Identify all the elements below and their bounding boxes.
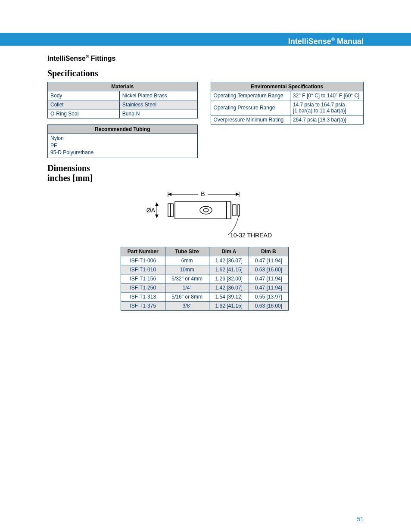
- material-label: Collet: [48, 100, 120, 109]
- dim-cell: 3/8": [165, 301, 209, 310]
- recommended-tubing-list: Nylon PE 95-D Polyurethane: [47, 134, 198, 158]
- dim-cell: 0.47 [11.94]: [249, 283, 288, 292]
- dim-cell: 5/16" or 8mm: [165, 292, 209, 301]
- section-title: IntelliSense® Fittings: [47, 54, 364, 62]
- manual-header-bar: IntelliSense® Manual: [0, 33, 411, 46]
- dim-cell: ISF-T1-375: [121, 301, 165, 310]
- svg-point-13: [200, 206, 212, 214]
- dim-cell: 1.26 [32.00]: [209, 274, 249, 283]
- env-value: 264.7 psia [18.3 bar(a)]: [290, 115, 363, 124]
- page-number: 51: [357, 516, 364, 523]
- table-row: ISF-T1-3135/16" or 8mm1.54 [39.12]0.55 […: [121, 292, 289, 301]
- dim-b-label: B: [201, 190, 205, 197]
- svg-rect-16: [233, 205, 236, 216]
- env-label: Overpressure Minimum Rating: [211, 115, 290, 124]
- dim-cell: 0.63 [16.00]: [249, 265, 288, 274]
- thread-label: 10-32 THREAD: [230, 232, 272, 239]
- tubing-item: Nylon: [50, 135, 195, 142]
- environmental-specs-table: Environmental Specifications Operating T…: [211, 82, 364, 124]
- recommended-tubing-heading: Recommended Tubing: [48, 125, 198, 134]
- table-header-row: Part Number Tube Size Dim A Dim B: [121, 247, 289, 256]
- env-specs-heading: Environmental Specifications: [211, 82, 363, 91]
- svg-marker-5: [236, 193, 239, 196]
- svg-marker-4: [168, 193, 171, 196]
- table-row: ISF-T1-0066mm1.42 [36.07]0.47 [11.94]: [121, 256, 289, 265]
- spec-tables-row: Materials Body Nickel Plated Brass Colle…: [47, 82, 364, 158]
- dim-cell: 1.42 [36.07]: [209, 256, 249, 265]
- dim-cell: ISF-T1-156: [121, 274, 165, 283]
- col-part-number: Part Number: [121, 247, 165, 256]
- dim-cell: 1.62 [41.15]: [209, 265, 249, 274]
- dim-cell: 1.42 [36.07]: [209, 283, 249, 292]
- col-dim-b: Dim B: [249, 247, 288, 256]
- table-row: Operating Pressure Range 14.7 psia to 16…: [211, 100, 363, 115]
- env-label: Operating Temperature Range: [211, 91, 290, 100]
- dim-cell: 5/32" or 4mm: [165, 274, 209, 283]
- dimensions-heading: Dimensions: [47, 163, 364, 173]
- svg-rect-11: [175, 202, 227, 219]
- svg-rect-10: [171, 204, 173, 217]
- dim-cell: 10mm: [165, 265, 209, 274]
- env-label: Operating Pressure Range: [211, 100, 290, 115]
- svg-rect-15: [227, 202, 231, 219]
- svg-marker-7: [155, 202, 159, 206]
- materials-heading: Materials: [48, 82, 198, 91]
- spec-left-column: Materials Body Nickel Plated Brass Colle…: [47, 82, 198, 158]
- dim-cell: 1.54 [39.12]: [209, 292, 249, 301]
- manual-title: IntelliSense® Manual: [288, 37, 364, 46]
- dim-a-label: ØA: [146, 207, 156, 214]
- table-row: ISF-T1-1565/32" or 4mm1.26 [32.00]0.47 […: [121, 274, 289, 283]
- materials-table: Materials Body Nickel Plated Brass Colle…: [47, 82, 198, 118]
- material-value: Nickel Plated Brass: [119, 91, 197, 100]
- dim-cell: 6mm: [165, 256, 209, 265]
- table-row: Overpressure Minimum Rating 264.7 psia […: [211, 115, 363, 124]
- table-row: Body Nickel Plated Brass: [48, 91, 198, 100]
- fitting-diagram: B ØA: [138, 187, 364, 243]
- svg-point-14: [203, 208, 209, 212]
- specifications-heading: Specifications: [47, 68, 364, 78]
- dim-cell: 0.47 [11.94]: [249, 256, 288, 265]
- tubing-item: 95-D Polyurethane: [50, 149, 195, 156]
- dim-cell: 1/4": [165, 283, 209, 292]
- dim-cell: ISF-T1-006: [121, 256, 165, 265]
- dim-cell: ISF-T1-250: [121, 283, 165, 292]
- table-row: ISF-T1-01010mm1.62 [41.15]0.63 [16.00]: [121, 265, 289, 274]
- dim-cell: ISF-T1-010: [121, 265, 165, 274]
- table-row: O-Ring Seal Buna-N: [48, 109, 198, 118]
- table-row: Operating Temperature Range 32° F [0° C]…: [211, 91, 363, 100]
- material-value: Buna-N: [119, 109, 197, 118]
- env-value: 14.7 psia to 164.7 psia [1 bar(a) to 11.…: [290, 100, 363, 115]
- tubing-item: PE: [50, 142, 195, 149]
- svg-rect-9: [168, 204, 171, 217]
- table-row: Collet Stainless Steel: [48, 100, 198, 109]
- recommended-tubing-table: Recommended Tubing: [47, 124, 198, 134]
- material-label: O-Ring Seal: [48, 109, 120, 118]
- table-row: ISF-T1-3753/8"1.62 [41.15]0.63 [16.00]: [121, 301, 289, 310]
- dim-cell: 0.55 [13.97]: [249, 292, 288, 301]
- dimensions-units: inches [mm]: [47, 173, 364, 183]
- dim-cell: 0.47 [11.94]: [249, 274, 288, 283]
- dimensions-block: Dimensions inches [mm] B ØA: [47, 163, 364, 311]
- spec-right-column: Environmental Specifications Operating T…: [211, 82, 364, 124]
- col-tube-size: Tube Size: [165, 247, 209, 256]
- dim-cell: 0.63 [16.00]: [249, 301, 288, 310]
- material-label: Body: [48, 91, 120, 100]
- dimensions-table: Part Number Tube Size Dim A Dim B ISF-T1…: [121, 247, 289, 311]
- col-dim-a: Dim A: [209, 247, 249, 256]
- material-value: Stainless Steel: [119, 100, 197, 109]
- dim-cell: 1.62 [41.15]: [209, 301, 249, 310]
- svg-rect-17: [238, 205, 240, 216]
- page-content: IntelliSense® Fittings Specifications Ma…: [47, 54, 364, 311]
- svg-marker-8: [155, 215, 159, 218]
- env-value: 32° F [0° C] to 140° F [60° C]: [290, 91, 363, 100]
- dim-cell: ISF-T1-313: [121, 292, 165, 301]
- table-row: ISF-T1-2501/4"1.42 [36.07]0.47 [11.94]: [121, 283, 289, 292]
